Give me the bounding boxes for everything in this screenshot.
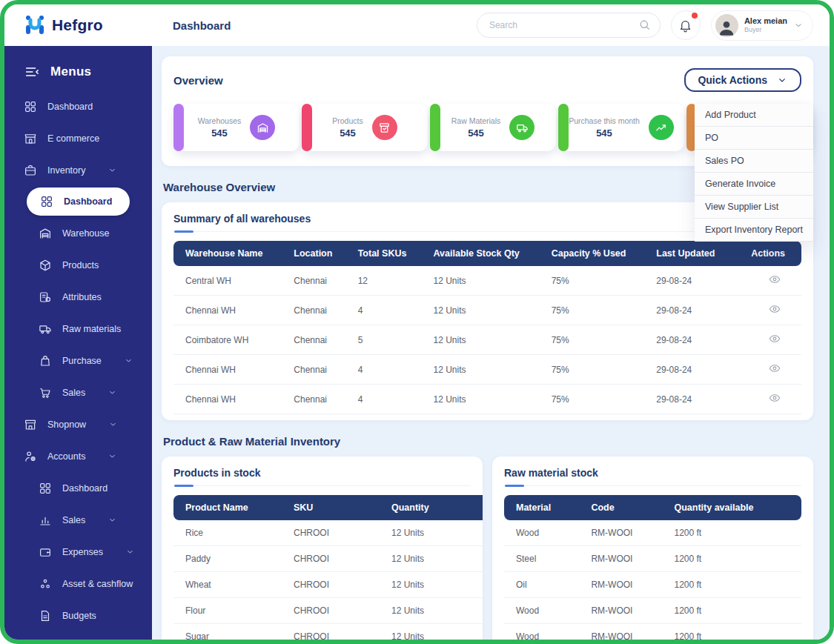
stat-value: 545 [451,127,501,139]
raw-material-stock-card: Raw material stock Material Code Quantit… [492,457,813,640]
eye-icon [769,333,781,345]
sidebar-item-accounts[interactable]: Accounts [4,440,152,472]
col-location: Location [285,241,348,266]
sidebar-item-raw-materials[interactable]: Raw materials [4,313,152,345]
grid-icon [39,482,52,495]
menu-collapse-icon[interactable] [24,64,40,80]
table-row: Rice CHROOI 12 Units Chennai [173,520,483,546]
chevron-down-icon [107,515,117,525]
shop-icon [24,418,37,431]
eye-icon [769,273,781,285]
table-row: Flour CHROOI 12 Units Chennai [173,598,483,624]
col-total-skus: Total SKUs [349,241,425,266]
warehouse-icon [39,227,52,240]
card-accent [430,104,440,151]
col-last-updated: Last Updated [647,241,734,266]
warehouse-icon [250,115,275,140]
grid-icon [24,100,37,113]
sidebar-item-ecommerce[interactable]: E commerce [4,122,152,154]
table-row: Chennai WH Chennai 4 12 Units 75% 29-08-… [173,355,801,385]
sidebar-item-purchase[interactable]: Purchase [4,345,152,376]
view-row-button[interactable] [769,392,781,404]
raw-materials-table: Material Code Quantity available Wood RM… [504,495,801,640]
card-accent [302,104,312,151]
eye-icon [769,392,781,404]
stat-card-raw-materials: Raw Materials 545 [430,104,556,151]
sidebar-item-products[interactable]: Products [4,249,152,281]
inventory-section-title: Product & Raw Material Inventory [163,435,813,448]
table-row: Chennai WH Chennai 4 12 Units 75% 29-08-… [173,385,801,414]
table-row: Wood RM-WOOI 1200 ft [504,598,801,624]
stat-card-products: Products 545 [302,104,428,151]
col-material: Material [504,495,582,520]
user-role: Buyer [744,26,787,34]
chevron-down-icon [776,74,788,86]
stat-label: Raw Materials [451,116,501,125]
chevron-down-icon [107,451,117,461]
sidebar-item-accounts-dashboard[interactable]: Dashboard [4,472,152,504]
notifications-button[interactable] [671,10,701,40]
sidebar-item-dashboard[interactable]: Dashboard [4,90,152,122]
chevron-down-icon [793,20,804,30]
view-row-button[interactable] [769,273,781,285]
bell-icon [678,19,692,33]
stat-value: 545 [569,127,640,139]
sidebar-item-asset-cashflow[interactable]: Asset & cashflow [4,568,152,600]
eye-icon [769,362,781,374]
user-menu[interactable]: Alex meian Buyer [711,10,813,41]
col-sku: SKU [285,495,383,520]
cube-icon [39,259,52,272]
products-table: Product Name SKU Quantity Location Rice … [173,495,483,640]
view-row-button[interactable] [769,362,781,374]
products-card-title: Products in stock [173,467,471,486]
cashflow-icon [39,577,52,591]
view-row-button[interactable] [769,303,781,315]
truck-icon [509,115,535,140]
table-row: Wheat CHROOI 12 Units Chennai [173,572,483,598]
stat-value: 545 [332,127,363,139]
table-row: Wood RM-WOOI 1200 ft [504,520,801,546]
stat-card-warehouses: Warehouses 545 [173,104,299,151]
top-bar: Hefgro Dashboard Alex meian Buyer [4,4,830,46]
sidebar-item-budgets[interactable]: Budgets [4,600,152,631]
sidebar-item-warehouse[interactable]: Warehouse [4,217,152,249]
quick-action-item[interactable]: Generate Invoice [695,173,813,196]
search-bar [477,13,661,38]
logo: Hefgro [4,14,152,36]
col-capacity-used: Capacity % Used [543,241,648,266]
quick-action-item[interactable]: PO [695,127,813,150]
logo-text: Hefgro [52,16,103,34]
quick-action-item[interactable]: Export Inventory Report [695,219,813,242]
logo-icon [24,14,46,36]
sidebar-item-inventory-dashboard[interactable]: Dashboard [27,187,130,216]
sidebar-header[interactable]: Menus [4,58,152,90]
chevron-down-icon [107,388,117,397]
table-row: Paddy CHROOI 12 Units Chennai [173,546,483,572]
chevron-down-icon [124,356,133,365]
quick-actions-button[interactable]: Quick Actions [684,68,801,92]
attributes-icon [39,291,52,304]
person-gear-icon [24,450,37,463]
sidebar-item-expenses[interactable]: Expenses [4,536,152,568]
col-location: Location [482,495,483,520]
col-available-stock: Available Stock Qty [425,241,543,266]
notification-dot [692,13,698,19]
col-quantity-available: Quantity available [665,495,801,520]
bar-chart-icon [39,514,52,527]
truck-icon [39,322,52,336]
sidebar-item-attributes[interactable]: Attributes [4,281,152,313]
sidebar-item-shopnow[interactable]: Shopnow [4,408,152,440]
sidebar-item-accounts-sales[interactable]: Sales [4,504,152,536]
chevron-down-icon [125,547,135,557]
sidebar-item-inventory[interactable]: Inventory [4,154,152,186]
search-input[interactable] [477,13,661,38]
sidebar-item-sales[interactable]: Sales [4,376,152,408]
quick-action-item[interactable]: Add Product [695,104,813,127]
cart-icon [39,386,52,399]
table-row: Central WH Chennai 12 12 Units 75% 29-08… [173,266,801,296]
search-icon [638,19,651,31]
quick-action-item[interactable]: Sales PO [695,150,813,173]
quick-action-item[interactable]: View Supplier List [695,196,813,219]
table-row: Wood RM-WOOI 1200 ft [504,624,801,640]
view-row-button[interactable] [769,333,781,345]
